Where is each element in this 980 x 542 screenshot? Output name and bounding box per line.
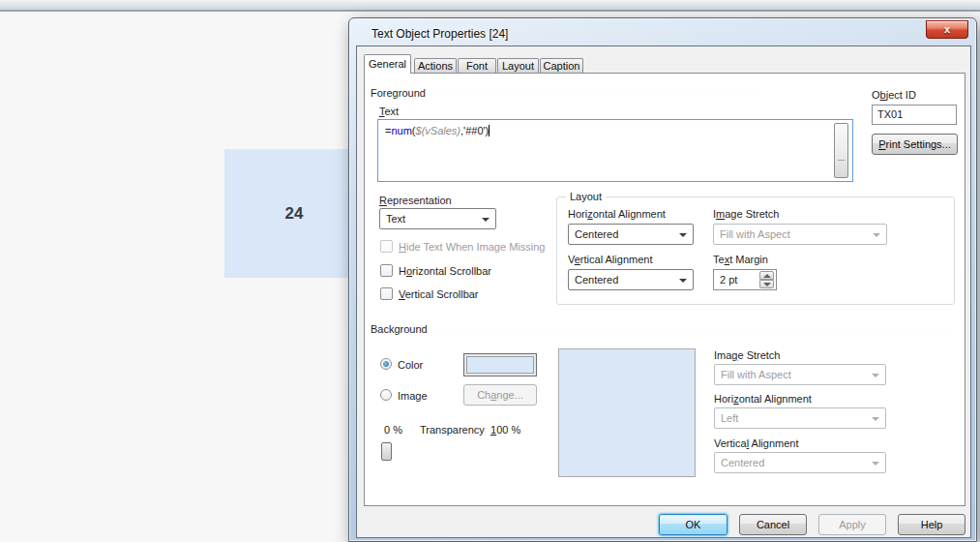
tab-general-label: General [369, 58, 406, 70]
layout-vertical-alignment-label: Vertical Alignment [568, 254, 652, 265]
text-field-label: Text [379, 105, 399, 117]
general-tab-panel: Foreground Text =num($(vSales),'##0') ..… [364, 73, 965, 506]
tab-layout-label: Layout [502, 60, 534, 72]
change-image-button: Change... [463, 384, 537, 406]
spin-down-icon[interactable] [759, 280, 774, 288]
help-button[interactable]: Help [898, 514, 965, 535]
transparency-max-label: 100 % [490, 424, 520, 436]
object-id-value: TX01 [877, 108, 903, 120]
tab-actions-label: Actions [418, 60, 453, 72]
hide-text-checkbox [380, 240, 393, 253]
formula-tail: ,'##0') [460, 125, 489, 136]
chevron-down-icon [482, 218, 490, 222]
apply-button: Apply [818, 514, 886, 535]
image-radio-label: Image [398, 390, 428, 402]
tab-font[interactable]: Font [458, 58, 496, 73]
chevron-down-icon [872, 417, 879, 421]
background-color-swatch[interactable] [463, 353, 537, 376]
chevron-down-icon [872, 462, 879, 466]
layout-image-stretch-label: Image Stretch [713, 208, 780, 220]
bg-horizontal-alignment-label: Horizontal Alignment [714, 393, 812, 405]
foreground-section-label: Foreground [371, 87, 426, 99]
bg-vertical-alignment-value: Centered [721, 457, 764, 468]
transparency-slider[interactable] [381, 441, 530, 462]
dialog-title: Text Object Properties [24] [371, 27, 508, 41]
bg-vertical-alignment-select: Centered [714, 452, 886, 473]
tab-actions[interactable]: Actions [414, 58, 457, 73]
layout-horizontal-alignment-value: Centered [575, 228, 618, 240]
slider-track [382, 451, 529, 452]
layout-vertical-alignment-select[interactable]: Centered [568, 269, 694, 290]
vertical-scrollbar-label: Vertical Scrollbar [399, 288, 479, 300]
chevron-down-icon [679, 279, 687, 283]
representation-value: Text [386, 213, 405, 225]
horizontal-scrollbar-label: Horizontal Scrollbar [399, 265, 491, 277]
ok-button[interactable]: OK [659, 514, 728, 535]
tab-font-label: Font [466, 60, 488, 72]
close-icon[interactable]: x [926, 20, 968, 39]
expression-editor-button[interactable]: ... [834, 123, 848, 178]
color-radio[interactable] [380, 358, 392, 370]
cancel-button[interactable]: Cancel [739, 514, 807, 535]
vertical-scrollbar-checkbox[interactable] [380, 287, 393, 300]
tab-caption-label: Caption [544, 60, 580, 72]
layout-image-stretch-value: Fill with Aspect [720, 228, 790, 240]
layout-group-title: Layout [566, 191, 606, 202]
color-radio-label: Color [398, 359, 423, 371]
representation-label: Representation [379, 195, 452, 206]
bg-vertical-alignment-label: Vertical Alignment [714, 437, 798, 449]
background-section-label: Background [371, 323, 428, 335]
foreground-divider [425, 92, 765, 93]
text-margin-spinner[interactable]: 2 pt [713, 269, 777, 290]
text-margin-value: 2 pt [720, 274, 737, 286]
print-settings-button[interactable]: Print Settings... [872, 134, 958, 155]
chevron-down-icon [873, 233, 880, 237]
image-radio[interactable] [380, 389, 392, 401]
text-caret [489, 125, 490, 136]
chevron-down-icon [679, 233, 687, 237]
layout-image-stretch-select: Fill with Aspect [713, 224, 887, 245]
formula-variable: $(vSales) [416, 125, 460, 136]
text-object-value: 24 [285, 204, 304, 224]
bg-horizontal-alignment-select: Left [714, 407, 886, 429]
transparency-min-label: 0 % [384, 424, 402, 436]
slider-thumb[interactable] [381, 442, 392, 461]
layout-horizontal-alignment-select[interactable]: Centered [568, 224, 694, 245]
representation-select[interactable]: Text [379, 208, 496, 229]
sheet-text-object[interactable]: 24 [224, 149, 364, 278]
layout-vertical-alignment-value: Centered [575, 274, 618, 286]
layout-horizontal-alignment-label: Horizontal Alignment [568, 208, 666, 220]
tab-layout[interactable]: Layout [497, 58, 539, 73]
text-object-properties-dialog: Text Object Properties [24] x General Ac… [348, 17, 977, 542]
layout-group: Layout Horizontal Alignment Centered Ima… [556, 196, 955, 305]
bg-image-stretch-select: Fill with Aspect [714, 364, 886, 385]
background-preview [558, 348, 696, 477]
object-id-input[interactable]: TX01 [872, 105, 957, 125]
tab-general[interactable]: General [364, 54, 411, 74]
text-expression-input[interactable]: =num($(vSales),'##0') ... [377, 119, 853, 182]
bg-image-stretch-label: Image Stretch [714, 349, 781, 361]
chevron-down-icon [872, 374, 879, 377]
text-margin-label: Text Margin [713, 254, 768, 265]
transparency-label: Transparency [420, 424, 485, 436]
object-id-label: Object ID [872, 89, 916, 101]
bg-horizontal-alignment-value: Left [721, 412, 738, 424]
horizontal-scrollbar-checkbox[interactable] [380, 264, 393, 277]
swatch-fill [466, 356, 534, 374]
spinner-buttons [759, 271, 774, 288]
background-divider [427, 328, 955, 329]
tab-caption[interactable]: Caption [540, 58, 583, 73]
dialog-body: General Actions Font Layout Caption Fore… [356, 45, 971, 538]
formula-function: num [391, 125, 411, 136]
spin-up-icon[interactable] [759, 271, 774, 280]
hide-text-checkbox-label: Hide Text When Image Missing [399, 241, 545, 253]
app-toolbar-edge [0, 0, 980, 12]
bg-image-stretch-value: Fill with Aspect [721, 369, 791, 380]
